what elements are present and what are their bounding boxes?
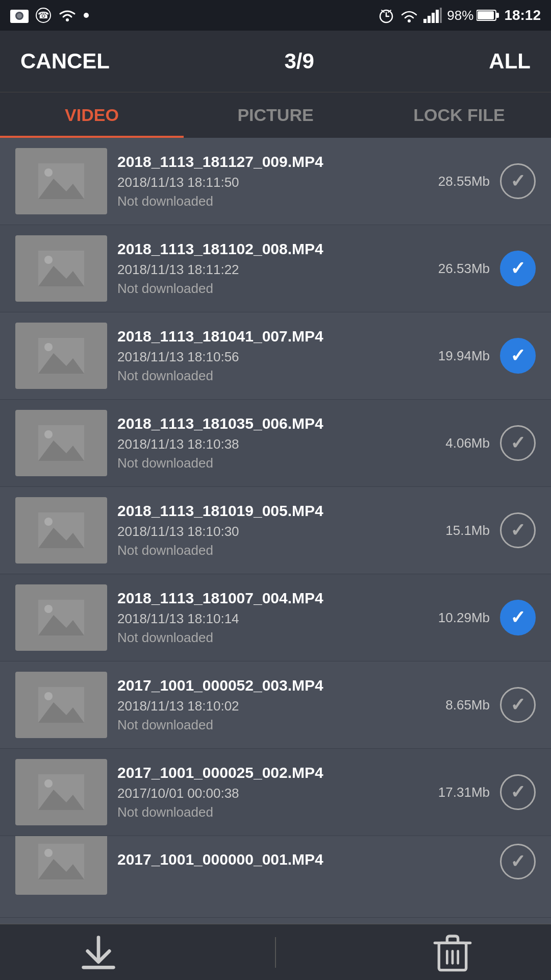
- signal-bars-icon: [423, 8, 442, 23]
- svg-rect-12: [423, 19, 427, 23]
- file-thumbnail: [15, 497, 107, 564]
- file-name: 2017_1001_000052_003.MP4: [117, 677, 423, 694]
- photo-status-icon: [10, 8, 29, 23]
- file-thumbnail: [15, 323, 107, 389]
- file-download-status: Not downloaded: [117, 804, 423, 820]
- file-date: 2018/11/13 18:11:22: [117, 262, 423, 278]
- file-download-status: Not downloaded: [117, 368, 423, 384]
- file-size: 28.55Mb: [434, 174, 490, 189]
- file-size: 8.65Mb: [434, 697, 490, 713]
- alarm-icon: [378, 7, 395, 24]
- file-info: 2017_1001_000000_001.MP4: [107, 851, 434, 872]
- file-select-checkbox[interactable]: [500, 600, 536, 635]
- file-select-checkbox[interactable]: [500, 774, 536, 810]
- file-thumbnail: [15, 235, 107, 302]
- status-left-icons: ☎: [10, 8, 89, 23]
- file-date: 2018/11/13 18:11:50: [117, 175, 423, 190]
- file-name: 2017_1001_000000_001.MP4: [117, 851, 423, 868]
- file-date: 2018/11/13 18:10:14: [117, 611, 423, 627]
- file-name: 2018_1113_181041_007.MP4: [117, 328, 423, 345]
- file-download-status: Not downloaded: [117, 543, 423, 558]
- tab-lock-file[interactable]: LOCK FILE: [367, 92, 551, 138]
- delete-button[interactable]: [432, 932, 473, 973]
- file-info: 2017_1001_000025_002.MP42017/10/01 00:00…: [107, 764, 434, 820]
- file-list: 2018_1113_181127_009.MP42018/11/13 18:11…: [0, 138, 551, 918]
- file-date: 2017/10/01 00:00:38: [117, 786, 423, 801]
- battery-indicator: 98%: [447, 8, 499, 23]
- svg-point-11: [408, 19, 411, 22]
- svg-point-2: [17, 13, 22, 18]
- svg-point-39: [44, 692, 53, 700]
- file-thumbnail: [15, 759, 107, 825]
- svg-rect-19: [496, 13, 499, 18]
- file-select-checkbox[interactable]: [500, 163, 536, 199]
- svg-rect-15: [436, 10, 439, 23]
- file-list-item[interactable]: 2018_1113_181007_004.MP42018/11/13 18:10…: [0, 574, 551, 662]
- file-select-checkbox[interactable]: [500, 512, 536, 548]
- file-select-checkbox[interactable]: [500, 687, 536, 723]
- file-list-item[interactable]: 2018_1113_181035_006.MP42018/11/13 18:10…: [0, 400, 551, 487]
- file-list-item[interactable]: 2018_1113_181127_009.MP42018/11/13 18:11…: [0, 138, 551, 225]
- wifi-status-icon: [58, 8, 77, 23]
- file-name: 2017_1001_000025_002.MP4: [117, 764, 423, 781]
- svg-point-42: [44, 779, 53, 788]
- file-info: 2018_1113_181102_008.MP42018/11/13 18:11…: [107, 240, 434, 297]
- battery-percent: 98%: [447, 8, 473, 23]
- file-list-item[interactable]: 2017_1001_000025_002.MP42017/10/01 00:00…: [0, 749, 551, 836]
- svg-rect-13: [428, 16, 431, 23]
- file-thumbnail: [15, 148, 107, 214]
- file-download-status: Not downloaded: [117, 193, 423, 209]
- status-bar: ☎: [0, 0, 551, 31]
- phone-status-icon: ☎: [36, 8, 51, 23]
- file-download-status: Not downloaded: [117, 630, 423, 646]
- file-download-status: Not downloaded: [117, 455, 423, 471]
- file-size: 19.94Mb: [434, 348, 490, 364]
- file-info: 2018_1113_181007_004.MP42018/11/13 18:10…: [107, 590, 434, 646]
- file-date: 2018/11/13 18:10:30: [117, 524, 423, 540]
- tab-video[interactable]: VIDEO: [0, 92, 184, 138]
- file-thumbnail: [15, 836, 107, 895]
- select-all-button[interactable]: ALL: [489, 49, 531, 74]
- file-select-checkbox[interactable]: [500, 844, 536, 879]
- selection-counter: 3/9: [284, 49, 314, 74]
- file-list-item[interactable]: 2018_1113_181102_008.MP42018/11/13 18:11…: [0, 225, 551, 312]
- file-list-item[interactable]: 2018_1113_181041_007.MP42018/11/13 18:10…: [0, 312, 551, 400]
- svg-point-21: [44, 168, 53, 177]
- file-thumbnail: [15, 672, 107, 738]
- svg-point-33: [44, 518, 53, 526]
- file-size: 26.53Mb: [434, 261, 490, 277]
- file-date: 2018/11/13 18:10:38: [117, 436, 423, 452]
- file-info: 2018_1113_181127_009.MP42018/11/13 18:11…: [107, 153, 434, 209]
- file-select-checkbox[interactable]: [500, 251, 536, 286]
- tab-picture[interactable]: PICTURE: [184, 92, 367, 138]
- svg-point-24: [44, 256, 53, 264]
- top-nav-bar: CANCEL 3/9 ALL: [0, 31, 551, 92]
- svg-point-45: [44, 849, 53, 857]
- dot-icon: [84, 13, 89, 18]
- file-select-checkbox[interactable]: [500, 338, 536, 374]
- file-info: 2018_1113_181019_005.MP42018/11/13 18:10…: [107, 502, 434, 558]
- bottom-divider: [275, 937, 276, 968]
- file-size: 17.31Mb: [434, 785, 490, 800]
- file-info: 2018_1113_181035_006.MP42018/11/13 18:10…: [107, 415, 434, 471]
- svg-point-5: [66, 18, 69, 21]
- file-download-status: Not downloaded: [117, 717, 423, 733]
- status-right-icons: 98% 18:12: [378, 7, 541, 24]
- file-list-item[interactable]: 2017_1001_000000_001.MP4: [0, 836, 551, 918]
- svg-point-27: [44, 343, 53, 351]
- svg-rect-14: [432, 13, 435, 23]
- file-name: 2018_1113_181102_008.MP4: [117, 240, 423, 258]
- download-button[interactable]: [78, 932, 119, 973]
- file-list-item[interactable]: 2017_1001_000052_003.MP42018/11/13 18:10…: [0, 662, 551, 749]
- file-size: 15.1Mb: [434, 523, 490, 538]
- cancel-button[interactable]: CANCEL: [20, 49, 110, 74]
- bottom-bar: [0, 924, 551, 980]
- svg-rect-16: [440, 8, 442, 23]
- file-list-item[interactable]: 2018_1113_181019_005.MP42018/11/13 18:10…: [0, 487, 551, 574]
- file-name: 2018_1113_181007_004.MP4: [117, 590, 423, 607]
- wifi-strength-icon: [400, 8, 418, 23]
- file-thumbnail: [15, 584, 107, 651]
- tab-bar: VIDEO PICTURE LOCK FILE: [0, 92, 551, 138]
- file-info: 2017_1001_000052_003.MP42018/11/13 18:10…: [107, 677, 434, 733]
- file-select-checkbox[interactable]: [500, 425, 536, 461]
